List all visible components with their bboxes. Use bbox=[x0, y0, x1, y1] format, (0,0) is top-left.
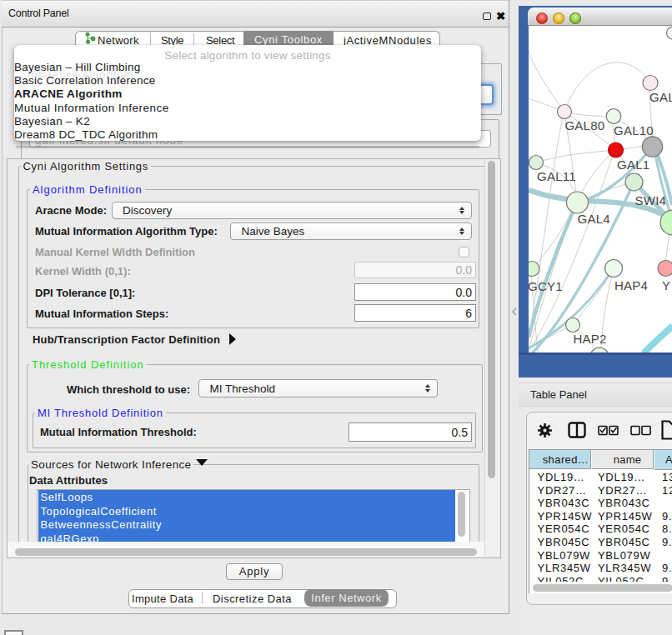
svg-text:GCY1: GCY1 bbox=[529, 279, 563, 293]
svg-text:GAL10: GAL10 bbox=[614, 123, 654, 138]
svg-text:HAP2: HAP2 bbox=[574, 332, 607, 346]
svg-text:Y: Y bbox=[662, 278, 670, 292]
svg-text:GAL1: GAL1 bbox=[617, 158, 649, 172]
svg-text:GAL80: GAL80 bbox=[564, 118, 604, 132]
svg-text:SWI4: SWI4 bbox=[635, 193, 667, 208]
svg-text:GAL4: GAL4 bbox=[578, 212, 610, 226]
svg-text:GAL11: GAL11 bbox=[537, 169, 576, 183]
svg-text:GAL2: GAL2 bbox=[649, 90, 672, 104]
svg-text:HAP4: HAP4 bbox=[614, 278, 648, 292]
